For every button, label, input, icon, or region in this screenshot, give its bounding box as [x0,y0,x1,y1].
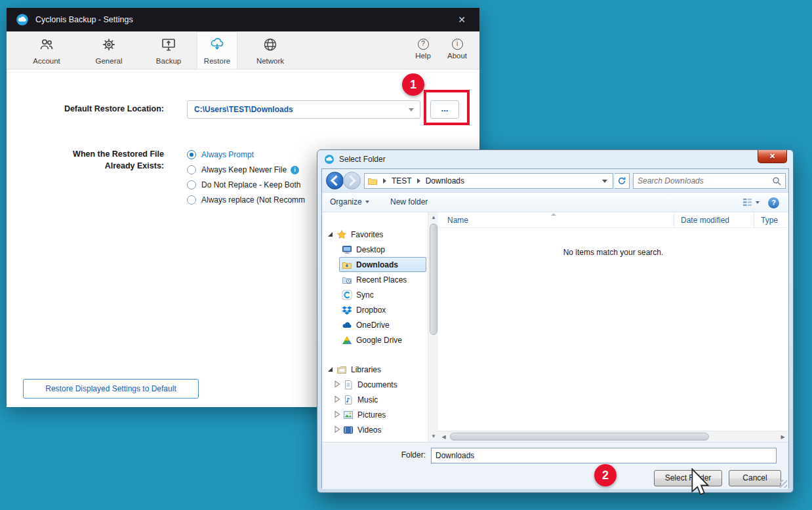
refresh-button[interactable] [615,173,630,189]
tree-expanded-icon[interactable] [326,364,336,375]
settings-titlebar[interactable]: Cyclonis Backup - Settings ✕ [7,8,479,31]
tree-item-documents[interactable]: Documents [322,377,428,392]
column-header-date-modified[interactable]: Date modified [674,212,754,228]
radio-keep-both[interactable]: Do Not Replace - Keep Both [187,178,300,191]
chevron-down-icon [409,108,414,111]
organize-menu[interactable]: Organize [330,197,369,206]
account-icon [39,37,54,52]
scroll-left-icon[interactable]: ◀ [438,431,449,442]
tree-item-videos[interactable]: Videos [322,422,428,437]
tree-favorites-label: Favorites [351,230,383,239]
tree-expanded-icon[interactable] [326,229,336,240]
mouse-cursor-icon [690,468,710,497]
tab-restore[interactable]: Restore [197,31,237,69]
tree-item-music[interactable]: Music [322,392,428,407]
pictures-icon [343,410,355,420]
sync-icon [342,290,354,300]
tree-item-google-drive[interactable]: Google Drive [322,332,428,347]
organize-label: Organize [330,197,362,206]
scrollbar-thumb[interactable] [450,433,709,441]
folder-name-input[interactable] [431,448,777,463]
forward-button[interactable] [343,172,361,189]
search-box[interactable] [633,173,786,189]
dialog-close-button[interactable]: ✕ [758,150,787,163]
breadcrumb-segment-test[interactable]: TEST [388,176,416,186]
search-input[interactable] [634,176,772,186]
new-folder-button[interactable]: New folder [390,197,428,206]
help-button[interactable]: ? [768,197,779,208]
scroll-up-icon[interactable]: ▲ [428,212,439,223]
cyclonis-logo-icon [16,13,29,26]
backup-icon [161,37,176,52]
scroll-right-icon[interactable]: ▶ [777,431,788,442]
tree-collapsed-icon[interactable] [333,425,343,435]
column-name-label: Name [447,216,468,225]
tab-general[interactable]: General [77,31,140,69]
restore-defaults-button[interactable]: Restore Displayed Settings to Default [23,379,199,399]
radio-always-replace[interactable]: Always replace (Not Recomm [187,193,305,206]
step1-highlight-rectangle [424,90,470,125]
tree-libraries-label: Libraries [351,365,381,374]
radio-always-replace-label: Always replace (Not Recomm [201,195,305,205]
favorites-star-icon [336,229,348,240]
dropbox-icon [342,305,354,315]
tree-group-libraries[interactable]: Libraries [322,362,428,377]
select-folder-button[interactable]: Select Folder [654,470,722,486]
scrollbar-thumb[interactable] [430,224,437,335]
radio-always-prompt[interactable]: Always Prompt [187,148,254,161]
radio-keep-both-label: Do Not Replace - Keep Both [201,180,300,189]
tab-backup[interactable]: Backup [140,31,197,69]
tree-collapsed-icon[interactable] [333,380,343,390]
tree-item-desktop[interactable]: Desktop [322,242,428,257]
tree-vertical-scrollbar[interactable]: ▲ ▼ [428,212,438,442]
tree-item-downloads[interactable]: Downloads [322,257,428,272]
dialog-titlebar[interactable]: Select Folder [317,150,793,168]
radio-keep-newer[interactable]: Always Keep Newer File i [187,163,299,176]
breadcrumb[interactable]: TEST Downloads [364,173,613,189]
about-icon: i [452,39,463,50]
tree-item-onedrive[interactable]: OneDrive [322,317,428,332]
tree-documents-label: Documents [357,380,397,389]
tree-item-dropbox[interactable]: Dropbox [322,302,428,317]
restore-cloud-icon [209,37,225,52]
info-icon[interactable]: i [291,166,299,174]
tree-item-recent-places[interactable]: Recent Places [322,272,428,287]
tree-downloads-label: Downloads [356,260,398,269]
documents-icon [343,380,355,390]
breadcrumb-separator-icon [417,178,420,184]
cancel-button[interactable]: Cancel [729,470,781,486]
dialog-toolbar: Organize New folder ? [322,193,788,212]
column-date-label: Date modified [681,216,729,225]
radio-keep-newer-label: Always Keep Newer File [201,165,287,174]
breadcrumb-separator-icon [383,178,386,184]
tree-collapsed-icon[interactable] [333,410,343,420]
tree-recent-places-label: Recent Places [356,275,407,284]
settings-close-button[interactable]: ✕ [453,14,470,25]
onedrive-icon [342,320,354,330]
new-folder-label: New folder [390,197,428,206]
tab-network[interactable]: Network [237,31,303,69]
search-icon[interactable] [772,176,785,186]
views-button[interactable] [742,197,760,207]
tab-account[interactable]: Account [16,31,77,69]
step1-badge: 1 [402,73,424,96]
column-header-name[interactable]: Name [438,212,674,228]
restore-location-combobox[interactable]: C:\Users\TEST\Downloads [187,100,420,119]
tree-item-pictures[interactable]: Pictures [322,407,428,422]
tree-collapsed-icon[interactable] [333,395,343,405]
tab-about[interactable]: i About [440,31,474,69]
restore-location-value: C:\Users\TEST\Downloads [194,105,293,114]
resize-grip[interactable] [779,480,787,488]
horizontal-scrollbar[interactable]: ◀ ▶ [438,431,788,442]
tree-google-drive-label: Google Drive [356,336,402,345]
breadcrumb-dropdown-icon[interactable] [602,180,607,183]
column-header-type[interactable]: Type [754,212,807,228]
tree-item-sync[interactable]: Sync [322,287,428,302]
breadcrumb-segment-downloads[interactable]: Downloads [422,176,468,186]
tab-help[interactable]: ? Help [407,31,439,69]
tree-group-favorites[interactable]: Favorites [322,227,428,242]
scroll-down-icon[interactable]: ▼ [428,431,439,442]
dialog-main-area: Favorites Desktop Downloads [322,212,788,442]
dialog-title: Select Folder [339,155,386,164]
back-button[interactable] [326,172,344,189]
